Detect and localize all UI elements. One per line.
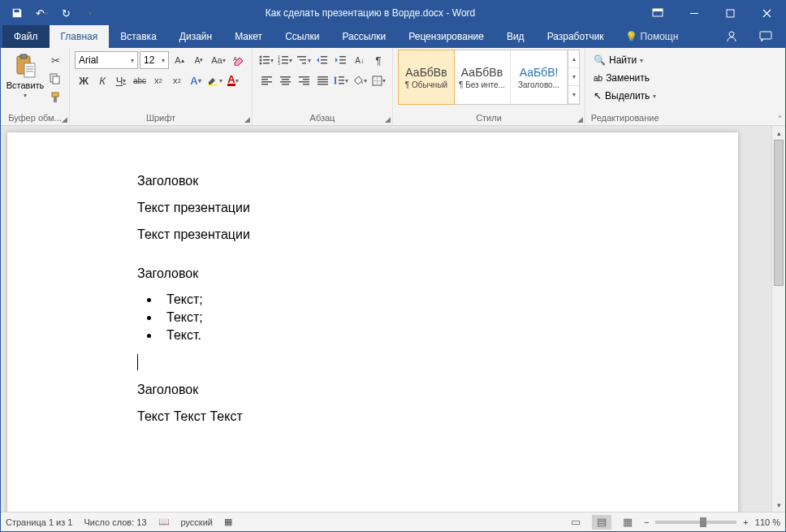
style-normal[interactable]: АаБбВв ¶ Обычный [398, 50, 455, 105]
clear-formatting-button[interactable]: A [229, 51, 247, 69]
font-launcher[interactable]: ◢ [244, 115, 250, 123]
gallery-more[interactable]: ▾ [568, 86, 579, 104]
subscript-button[interactable]: x2 [149, 71, 167, 89]
format-painter-button[interactable] [46, 89, 64, 106]
scroll-thumb[interactable] [774, 140, 784, 286]
style-label: ¶ Без инте... [459, 80, 505, 89]
view-web-layout[interactable]: ▦ [618, 515, 637, 530]
doc-paragraph[interactable]: Текст презентации [137, 227, 608, 244]
scroll-track[interactable] [772, 140, 785, 498]
tab-references[interactable]: Ссылки [274, 25, 330, 48]
justify-button[interactable] [313, 71, 331, 89]
align-right-button[interactable] [295, 71, 313, 89]
superscript-button[interactable]: x2 [168, 71, 186, 89]
shading-button[interactable]: ▾ [351, 71, 369, 89]
decrease-indent-button[interactable] [313, 51, 331, 69]
font-color-button[interactable]: A▾ [224, 71, 242, 89]
numbering-button[interactable]: 123▾ [276, 51, 294, 69]
scroll-up[interactable]: ▴ [772, 126, 785, 140]
bullets-button[interactable]: ▾ [257, 51, 275, 69]
gallery-up[interactable]: ▴ [568, 50, 579, 68]
tab-file[interactable]: Файл [2, 25, 50, 48]
cut-button[interactable]: ✂ [46, 51, 64, 69]
comments-button[interactable] [749, 31, 782, 42]
italic-button[interactable]: К [93, 71, 111, 89]
multilevel-list-button[interactable]: ▾ [295, 51, 313, 69]
doc-paragraph[interactable]: Заголовок [137, 382, 608, 399]
underline-button[interactable]: Ч▾ [112, 71, 130, 89]
doc-paragraph[interactable]: Текст Текст Текст [137, 409, 608, 426]
styles-launcher[interactable]: ◢ [577, 115, 583, 123]
doc-list-item[interactable]: Текст. [160, 328, 608, 343]
doc-list-item[interactable]: Текст; [160, 292, 608, 307]
text-effects-button[interactable]: A▾ [187, 71, 205, 89]
macro-icon[interactable]: ▦ [224, 517, 232, 527]
vertical-scrollbar[interactable]: ▴ ▾ [771, 126, 785, 512]
align-center-button[interactable] [276, 71, 294, 89]
font-name-combo[interactable]: Arial ▾ [75, 51, 138, 69]
maximize-button[interactable] [712, 1, 749, 25]
align-left-button[interactable] [257, 71, 275, 89]
collapse-ribbon-button[interactable]: ˄ [778, 115, 782, 123]
spellcheck-icon[interactable]: 📖 [158, 517, 170, 527]
tab-insert[interactable]: Вставка [109, 25, 168, 48]
close-button[interactable] [749, 1, 785, 25]
zoom-in-button[interactable]: + [743, 517, 748, 527]
clipboard-launcher[interactable]: ◢ [62, 115, 67, 123]
select-button[interactable]: ↖ Выделить ▾ [590, 87, 659, 105]
ribbon-options-button[interactable] [639, 1, 676, 25]
qat-customize[interactable]: ▾ [79, 2, 101, 24]
status-language[interactable]: русский [181, 517, 213, 527]
page[interactable]: Заголовок Текст презентации Текст презен… [7, 132, 738, 512]
zoom-value[interactable]: 110 % [755, 517, 780, 527]
tab-home[interactable]: Главная [50, 25, 110, 48]
zoom-slider[interactable] [655, 521, 736, 524]
zoom-knob[interactable] [700, 517, 706, 527]
sort-button[interactable]: A↓ [351, 51, 369, 69]
style-no-spacing[interactable]: АаБбВв ¶ Без инте... [454, 50, 511, 104]
paste-button[interactable]: Вставить ▾ [6, 50, 45, 99]
document-scroll[interactable]: Заголовок Текст презентации Текст презен… [1, 126, 771, 512]
shrink-font-button[interactable]: A▾ [190, 51, 208, 69]
zoom-out-button[interactable]: − [644, 517, 649, 527]
tell-me[interactable]: 💡 Помощн [615, 25, 689, 48]
increase-indent-button[interactable] [332, 51, 350, 69]
doc-paragraph[interactable]: Заголовок [137, 173, 608, 190]
redo-button[interactable]: ↻ [54, 2, 77, 24]
strikethrough-button[interactable]: abc [131, 71, 149, 89]
bold-button[interactable]: Ж [75, 71, 93, 89]
undo-button[interactable]: ↶▾ [30, 2, 53, 24]
share-button[interactable] [715, 30, 748, 43]
minimize-button[interactable] [676, 1, 712, 25]
show-marks-button[interactable]: ¶ [369, 51, 387, 69]
paragraph-launcher[interactable]: ◢ [385, 115, 391, 123]
doc-list[interactable]: Текст; Текст; Текст. [160, 292, 608, 343]
style-heading1[interactable]: АаБбВ! Заголово... [511, 50, 568, 104]
replace-button[interactable]: ab Заменить [590, 69, 659, 87]
tab-mailings[interactable]: Рассылки [330, 25, 397, 48]
status-page[interactable]: Страница 1 из 1 [6, 517, 72, 527]
status-words[interactable]: Число слов: 13 [84, 517, 146, 527]
svg-rect-3 [727, 10, 734, 17]
change-case-button[interactable]: Aa▾ [209, 51, 227, 69]
doc-paragraph[interactable]: Текст презентации [137, 200, 608, 217]
borders-button[interactable]: ▾ [369, 71, 387, 89]
copy-button[interactable] [46, 70, 64, 88]
tab-design[interactable]: Дизайн [168, 25, 223, 48]
tab-developer[interactable]: Разработчик [536, 25, 615, 48]
tab-review[interactable]: Рецензирование [397, 25, 495, 48]
gallery-down[interactable]: ▾ [568, 68, 579, 86]
find-button[interactable]: 🔍 Найти ▾ [590, 51, 659, 69]
doc-paragraph[interactable]: Заголовок [137, 266, 608, 283]
grow-font-button[interactable]: A▴ [171, 51, 188, 69]
tab-layout[interactable]: Макет [223, 25, 274, 48]
doc-list-item[interactable]: Текст; [160, 310, 608, 325]
highlight-button[interactable]: ▾ [205, 71, 223, 89]
save-button[interactable] [6, 2, 28, 24]
scroll-down[interactable]: ▾ [772, 498, 785, 512]
font-size-combo[interactable]: 12 ▾ [140, 51, 169, 69]
tab-view[interactable]: Вид [495, 25, 536, 48]
line-spacing-button[interactable]: ▾ [332, 71, 350, 89]
view-print-layout[interactable]: ▤ [592, 515, 611, 530]
view-read-mode[interactable]: ▭ [566, 515, 585, 530]
